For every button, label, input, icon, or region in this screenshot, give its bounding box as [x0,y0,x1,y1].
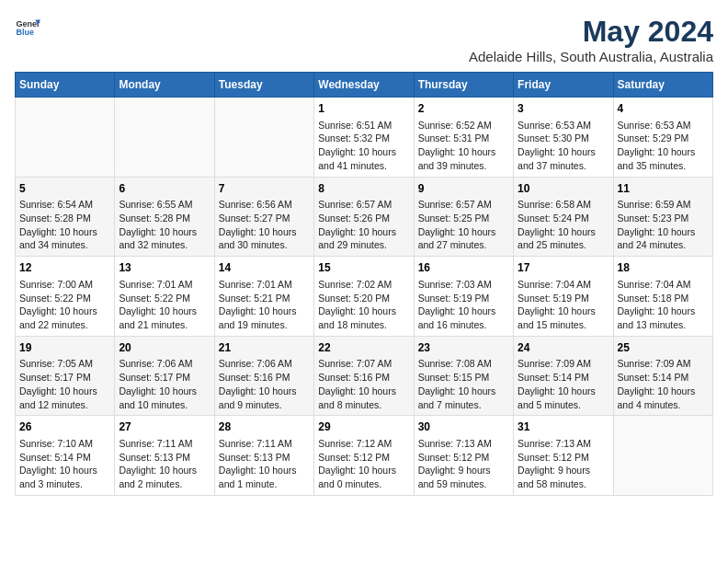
svg-text:Blue: Blue [16,28,34,37]
calendar-cell: 31Sunrise: 7:13 AM Sunset: 5:12 PM Dayli… [514,416,613,496]
day-content: Sunrise: 7:02 AM Sunset: 5:20 PM Dayligh… [318,278,409,332]
day-content: Sunrise: 6:51 AM Sunset: 5:32 PM Dayligh… [318,119,409,173]
calendar-cell: 28Sunrise: 7:11 AM Sunset: 5:13 PM Dayli… [214,416,313,496]
calendar-week-1: 1Sunrise: 6:51 AM Sunset: 5:32 PM Daylig… [16,98,713,178]
day-number: 9 [418,181,509,197]
calendar-cell: 12Sunrise: 7:00 AM Sunset: 5:22 PM Dayli… [16,257,115,337]
day-content: Sunrise: 7:04 AM Sunset: 5:19 PM Dayligh… [518,278,609,332]
calendar-cell: 3Sunrise: 6:53 AM Sunset: 5:30 PM Daylig… [514,98,613,178]
day-number: 17 [518,260,609,276]
header-thursday: Thursday [414,73,513,98]
calendar-cell: 9Sunrise: 6:57 AM Sunset: 5:25 PM Daylig… [414,177,513,257]
day-content: Sunrise: 6:52 AM Sunset: 5:31 PM Dayligh… [418,119,509,173]
day-content: Sunrise: 7:13 AM Sunset: 5:12 PM Dayligh… [518,437,609,491]
calendar-cell: 29Sunrise: 7:12 AM Sunset: 5:12 PM Dayli… [314,416,414,496]
day-content: Sunrise: 7:08 AM Sunset: 5:15 PM Dayligh… [418,357,509,411]
calendar-cell: 26Sunrise: 7:10 AM Sunset: 5:14 PM Dayli… [16,416,115,496]
day-content: Sunrise: 7:11 AM Sunset: 5:13 PM Dayligh… [219,437,310,491]
day-content: Sunrise: 6:56 AM Sunset: 5:27 PM Dayligh… [219,198,310,252]
day-number: 1 [318,101,409,117]
day-number: 15 [318,260,409,276]
day-number: 16 [418,260,509,276]
calendar-cell: 14Sunrise: 7:01 AM Sunset: 5:21 PM Dayli… [214,257,313,337]
calendar-table: Sunday Monday Tuesday Wednesday Thursday… [15,72,713,496]
day-number: 21 [219,340,310,356]
calendar-cell: 5Sunrise: 6:54 AM Sunset: 5:28 PM Daylig… [16,177,115,257]
header-friday: Friday [514,73,613,98]
day-number: 11 [618,181,709,197]
calendar-cell: 11Sunrise: 6:59 AM Sunset: 5:23 PM Dayli… [613,177,712,257]
calendar-week-3: 12Sunrise: 7:00 AM Sunset: 5:22 PM Dayli… [16,257,713,337]
calendar-week-4: 19Sunrise: 7:05 AM Sunset: 5:17 PM Dayli… [16,336,713,416]
calendar-cell: 13Sunrise: 7:01 AM Sunset: 5:22 PM Dayli… [115,257,214,337]
day-content: Sunrise: 6:54 AM Sunset: 5:28 PM Dayligh… [19,198,110,252]
day-number: 18 [618,260,709,276]
day-content: Sunrise: 7:04 AM Sunset: 5:18 PM Dayligh… [618,278,709,332]
calendar-cell: 6Sunrise: 6:55 AM Sunset: 5:28 PM Daylig… [115,177,214,257]
calendar-cell: 20Sunrise: 7:06 AM Sunset: 5:17 PM Dayli… [115,336,214,416]
day-content: Sunrise: 7:13 AM Sunset: 5:12 PM Dayligh… [418,437,509,491]
logo: General Blue [15,15,40,40]
day-number: 19 [19,340,110,356]
header-saturday: Saturday [613,73,712,98]
calendar-cell [16,98,115,178]
calendar-cell [214,98,313,178]
main-title: May 2024 [469,15,713,49]
calendar-cell [613,416,712,496]
calendar-cell: 23Sunrise: 7:08 AM Sunset: 5:15 PM Dayli… [414,336,513,416]
day-number: 26 [19,419,110,435]
header-tuesday: Tuesday [214,73,313,98]
day-number: 6 [119,181,210,197]
day-content: Sunrise: 7:06 AM Sunset: 5:16 PM Dayligh… [219,357,310,411]
day-content: Sunrise: 6:55 AM Sunset: 5:28 PM Dayligh… [119,198,210,252]
day-content: Sunrise: 7:03 AM Sunset: 5:19 PM Dayligh… [418,278,509,332]
page-header: General Blue May 2024 Adelaide Hills, So… [15,15,713,64]
calendar-cell: 4Sunrise: 6:53 AM Sunset: 5:29 PM Daylig… [613,98,712,178]
calendar-cell: 7Sunrise: 6:56 AM Sunset: 5:27 PM Daylig… [214,177,313,257]
day-content: Sunrise: 7:11 AM Sunset: 5:13 PM Dayligh… [119,437,210,491]
calendar-cell: 17Sunrise: 7:04 AM Sunset: 5:19 PM Dayli… [514,257,613,337]
day-content: Sunrise: 7:06 AM Sunset: 5:17 PM Dayligh… [119,357,210,411]
calendar-cell: 30Sunrise: 7:13 AM Sunset: 5:12 PM Dayli… [414,416,513,496]
day-number: 7 [219,181,310,197]
day-number: 30 [418,419,509,435]
calendar-body: 1Sunrise: 6:51 AM Sunset: 5:32 PM Daylig… [16,98,713,496]
day-number: 10 [518,181,609,197]
day-content: Sunrise: 7:10 AM Sunset: 5:14 PM Dayligh… [19,437,110,491]
day-content: Sunrise: 7:00 AM Sunset: 5:22 PM Dayligh… [19,278,110,332]
day-content: Sunrise: 7:01 AM Sunset: 5:22 PM Dayligh… [119,278,210,332]
day-number: 24 [518,340,609,356]
day-content: Sunrise: 6:53 AM Sunset: 5:29 PM Dayligh… [618,119,709,173]
calendar-cell: 10Sunrise: 6:58 AM Sunset: 5:24 PM Dayli… [514,177,613,257]
day-number: 22 [318,340,409,356]
calendar-cell: 27Sunrise: 7:11 AM Sunset: 5:13 PM Dayli… [115,416,214,496]
day-content: Sunrise: 6:53 AM Sunset: 5:30 PM Dayligh… [518,119,609,173]
day-content: Sunrise: 7:12 AM Sunset: 5:12 PM Dayligh… [318,437,409,491]
day-number: 31 [518,419,609,435]
header-wednesday: Wednesday [314,73,414,98]
day-content: Sunrise: 6:57 AM Sunset: 5:26 PM Dayligh… [318,198,409,252]
calendar-cell: 21Sunrise: 7:06 AM Sunset: 5:16 PM Dayli… [214,336,313,416]
header-monday: Monday [115,73,214,98]
day-number: 2 [418,101,509,117]
header-row: Sunday Monday Tuesday Wednesday Thursday… [16,73,713,98]
day-content: Sunrise: 6:58 AM Sunset: 5:24 PM Dayligh… [518,198,609,252]
calendar-week-2: 5Sunrise: 6:54 AM Sunset: 5:28 PM Daylig… [16,177,713,257]
calendar-cell: 25Sunrise: 7:09 AM Sunset: 5:14 PM Dayli… [613,336,712,416]
day-number: 27 [119,419,210,435]
day-content: Sunrise: 7:07 AM Sunset: 5:16 PM Dayligh… [318,357,409,411]
day-number: 14 [219,260,310,276]
calendar-cell: 2Sunrise: 6:52 AM Sunset: 5:31 PM Daylig… [414,98,513,178]
calendar-cell: 8Sunrise: 6:57 AM Sunset: 5:26 PM Daylig… [314,177,414,257]
day-number: 13 [119,260,210,276]
subtitle: Adelaide Hills, South Australia, Austral… [469,49,713,64]
day-content: Sunrise: 7:05 AM Sunset: 5:17 PM Dayligh… [19,357,110,411]
day-number: 3 [518,101,609,117]
day-number: 29 [318,419,409,435]
calendar-cell: 22Sunrise: 7:07 AM Sunset: 5:16 PM Dayli… [314,336,414,416]
day-content: Sunrise: 7:09 AM Sunset: 5:14 PM Dayligh… [618,357,709,411]
calendar-cell: 1Sunrise: 6:51 AM Sunset: 5:32 PM Daylig… [314,98,414,178]
day-number: 20 [119,340,210,356]
calendar-week-5: 26Sunrise: 7:10 AM Sunset: 5:14 PM Dayli… [16,416,713,496]
logo-icon: General Blue [15,15,40,40]
